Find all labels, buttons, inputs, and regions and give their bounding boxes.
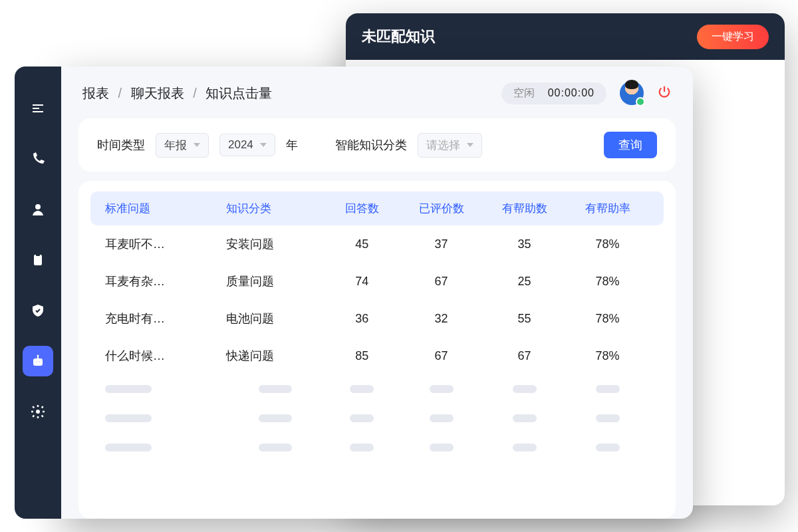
placeholder-row [90, 404, 664, 433]
cell-answers: 74 [324, 275, 400, 289]
breadcrumb-sep: / [118, 86, 122, 100]
cell-rated: 37 [400, 237, 483, 251]
query-button[interactable]: 查询 [604, 132, 657, 158]
breadcrumb-leaf: 知识点击量 [205, 86, 272, 100]
status-pill[interactable]: 空闲 00:00:00 [501, 82, 606, 104]
cell-helpful-rate: 78% [566, 349, 649, 363]
report-window: 报表 / 聊天报表 / 知识点击量 空闲 00:00:00 时间类型 年报 [61, 66, 693, 519]
breadcrumb: 报表 / 聊天报表 / 知识点击量 [82, 84, 272, 102]
online-badge-icon [636, 97, 645, 106]
cell-question: 耳麦听不… [105, 236, 226, 252]
th-helpful-rate[interactable]: 有帮助率 [566, 201, 649, 216]
user-icon [30, 201, 46, 217]
breadcrumb-root[interactable]: 报表 [82, 86, 109, 100]
th-helpful[interactable]: 有帮助数 [483, 201, 566, 216]
table-header: 标准问题 知识分类 回答数 已评价数 有帮助数 有帮助率 [90, 192, 664, 225]
cell-helpful-rate: 78% [566, 237, 649, 251]
clipboard-icon [30, 252, 46, 268]
svg-rect-1 [34, 255, 42, 265]
breadcrumb-mid[interactable]: 聊天报表 [131, 86, 184, 100]
category-placeholder: 请选择 [426, 138, 460, 153]
time-type-label: 时间类型 [97, 137, 145, 153]
sidebar [15, 66, 61, 519]
power-icon [657, 84, 672, 99]
header-right: 空闲 00:00:00 [501, 81, 672, 105]
cell-helpful: 25 [483, 275, 566, 289]
sidebar-item-call[interactable] [23, 144, 53, 174]
cell-answers: 85 [324, 349, 400, 363]
year-suffix: 年 [286, 137, 298, 153]
cell-helpful: 35 [483, 237, 566, 251]
cell-rated: 67 [400, 349, 483, 363]
svg-point-0 [35, 204, 41, 209]
table-row[interactable]: 什么时候… 快递问题 85 67 67 78% [90, 337, 664, 374]
sidebar-item-shield[interactable] [23, 295, 53, 326]
cell-category: 电池问题 [226, 311, 325, 327]
cell-answers: 45 [324, 237, 400, 251]
cell-helpful-rate: 78% [566, 275, 649, 289]
year-value: 2024 [228, 138, 253, 152]
chevron-down-icon [194, 143, 200, 147]
back-window-title: 未匹配知识 [362, 27, 435, 47]
chevron-down-icon [260, 143, 267, 147]
svg-point-4 [36, 361, 38, 363]
one-click-learn-button[interactable]: 一键学习 [697, 25, 769, 49]
data-table: 标准问题 知识分类 回答数 已评价数 有帮助数 有帮助率 耳麦听不… 安装问题 … [78, 181, 676, 519]
shield-icon [30, 303, 46, 319]
cell-rated: 67 [400, 275, 483, 289]
year-select[interactable]: 2024 [219, 134, 275, 156]
cell-answers: 36 [324, 312, 400, 326]
th-rated[interactable]: 已评价数 [400, 201, 483, 216]
category-select[interactable]: 请选择 [418, 133, 482, 158]
cell-question: 充电时有… [105, 311, 226, 327]
svg-point-8 [36, 410, 40, 414]
placeholder-row [90, 374, 664, 404]
filter-bar: 时间类型 年报 2024 年 智能知识分类 请选择 查询 [78, 118, 676, 172]
category-label: 智能知识分类 [335, 137, 407, 153]
svg-point-7 [37, 355, 39, 357]
cell-question: 耳麦有杂… [105, 273, 226, 289]
cell-category: 安装问题 [226, 236, 325, 252]
chevron-down-icon [467, 143, 473, 147]
back-window-header: 未匹配知识 一键学习 [346, 13, 785, 60]
th-answers[interactable]: 回答数 [324, 201, 400, 216]
menu-icon [30, 100, 46, 116]
front-header: 报表 / 聊天报表 / 知识点击量 空闲 00:00:00 [61, 66, 693, 114]
cell-helpful-rate: 78% [566, 312, 649, 326]
table-row[interactable]: 耳麦有杂… 质量问题 74 67 25 78% [90, 263, 664, 300]
table-row[interactable]: 充电时有… 电池问题 36 32 55 78% [90, 300, 664, 337]
svg-rect-2 [36, 253, 40, 256]
svg-point-5 [39, 361, 41, 363]
sidebar-item-robot[interactable] [23, 346, 53, 376]
cell-category: 快递问题 [226, 348, 325, 364]
power-button[interactable] [657, 84, 672, 102]
sidebar-item-user[interactable] [23, 194, 53, 225]
time-type-value: 年报 [164, 138, 187, 153]
cell-helpful: 67 [483, 349, 566, 363]
phone-icon [30, 151, 46, 167]
gear-icon [30, 404, 46, 420]
avatar[interactable] [620, 81, 644, 105]
robot-icon [30, 353, 46, 369]
sidebar-item-menu[interactable] [23, 93, 53, 124]
cell-category: 质量问题 [226, 273, 325, 289]
status-label: 空闲 [513, 86, 535, 100]
breadcrumb-sep: / [193, 86, 197, 100]
table-row[interactable]: 耳麦听不… 安装问题 45 37 35 78% [90, 225, 664, 263]
th-question[interactable]: 标准问题 [105, 201, 226, 216]
cell-question: 什么时候… [105, 348, 226, 364]
cell-helpful: 55 [483, 312, 566, 326]
cell-rated: 32 [400, 312, 483, 326]
sidebar-item-clipboard[interactable] [23, 245, 53, 275]
sidebar-item-settings[interactable] [23, 396, 53, 427]
time-type-select[interactable]: 年报 [156, 133, 209, 158]
placeholder-row [90, 433, 664, 462]
th-category[interactable]: 知识分类 [226, 201, 325, 216]
status-timer: 00:00:00 [548, 87, 595, 99]
